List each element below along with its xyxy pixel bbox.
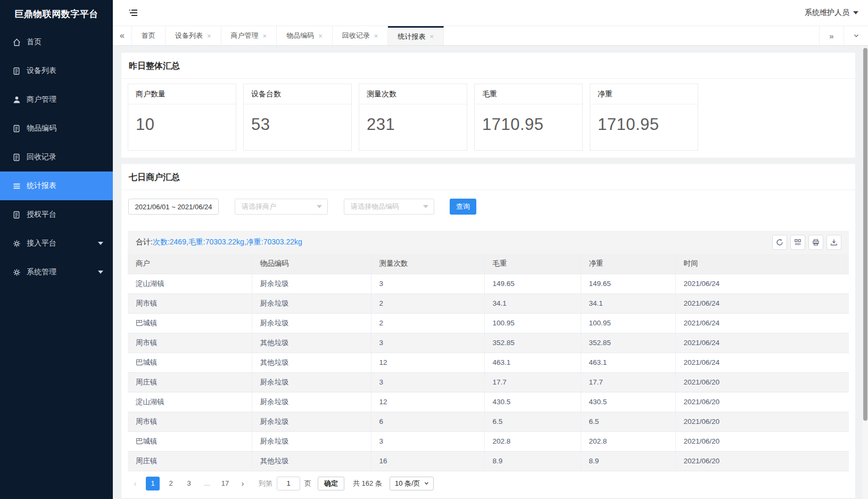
search-button[interactable]: 查询 <box>450 199 476 215</box>
yesterday-summary-panel: 昨日整体汇总 商户数量 10 设备台数 53 测量次数 231 <box>121 53 855 158</box>
tabs-scroll-right-icon[interactable]: » <box>819 26 844 45</box>
user-menu[interactable]: 系统维护人员 <box>805 8 858 18</box>
close-icon[interactable]: × <box>374 32 378 40</box>
cell-count: 3 <box>371 333 484 353</box>
cell-net: 352.85 <box>581 333 675 353</box>
cell-item: 其他垃圾 <box>252 353 371 372</box>
goto-confirm-button[interactable]: 确定 <box>318 477 344 490</box>
summary-card-gross-weight: 毛重 1710.95 <box>474 84 583 151</box>
scrollbar-thumb[interactable] <box>863 48 867 421</box>
sidebar-item-merchant-mgmt[interactable]: 商户管理 <box>0 85 113 114</box>
sidebar-item-stats-report[interactable]: 统计报表 <box>0 171 113 200</box>
cell-count: 2 <box>371 313 484 333</box>
cell-gross: 463.1 <box>484 353 581 372</box>
cell-date: 2021/06/24 <box>675 353 849 372</box>
cell-date: 2021/06/20 <box>675 451 849 471</box>
cell-gross: 8.9 <box>484 451 581 471</box>
cell-merchant: 淀山湖镇 <box>128 392 252 412</box>
page-content: 昨日整体汇总 商户数量 10 设备台数 53 测量次数 231 <box>113 46 868 499</box>
refresh-icon[interactable] <box>772 235 787 250</box>
tab-label: 首页 <box>142 31 155 40</box>
sidebar-item-label: 统计报表 <box>27 181 56 191</box>
document-icon <box>12 66 21 76</box>
user-name: 系统维护人员 <box>805 8 849 18</box>
col-header-gross: 毛重 <box>484 254 581 274</box>
col-header-merchant: 商户 <box>128 254 252 274</box>
chevron-down-icon <box>98 271 103 274</box>
cell-gross: 17.7 <box>484 372 581 392</box>
page-button-1[interactable]: 1 <box>146 477 160 490</box>
date-range-input[interactable] <box>128 199 219 215</box>
cell-item: 厨余垃圾 <box>252 392 371 412</box>
close-icon[interactable]: × <box>429 32 434 40</box>
prev-page-icon[interactable]: ‹ <box>129 477 142 490</box>
tab-merchant-mgmt[interactable]: 商户管理 × <box>221 26 277 45</box>
pagination: ‹ 1 2 3 ... 17 › 到第 页 确定 共 162 条 10 条/页 <box>121 471 855 498</box>
cell-net: 34.1 <box>581 293 675 313</box>
card-label: 测量次数 <box>359 84 467 104</box>
cell-merchant: 巴城镇 <box>128 313 252 333</box>
export-icon[interactable] <box>826 235 841 250</box>
cell-date: 2021/06/24 <box>675 293 849 313</box>
user-icon <box>12 95 21 104</box>
table-row: 淀山湖镇 厨余垃圾 12 430.5 430.5 2021/06/20 <box>128 392 849 412</box>
columns-icon[interactable] <box>790 235 805 250</box>
card-value: 53 <box>244 104 351 134</box>
close-icon[interactable]: × <box>207 32 211 40</box>
page-button-17[interactable]: 17 <box>218 477 232 490</box>
cell-item: 厨余垃圾 <box>252 372 371 392</box>
collapse-sidebar-icon[interactable] <box>128 7 139 19</box>
sidebar-item-recycle-records[interactable]: 回收记录 <box>0 143 113 171</box>
cell-count: 3 <box>371 372 484 392</box>
cell-date: 2021/06/20 <box>675 372 849 392</box>
cell-net: 8.9 <box>581 451 675 471</box>
sidebar-item-item-code[interactable]: 物品编码 <box>0 114 113 143</box>
tab-bar: « 首页 设备列表 × 商户管理 × 物品编码 × 回收记录 × 统计报表 <box>113 26 868 46</box>
page-size-select[interactable]: 10 条/页 <box>390 477 434 490</box>
goto-page-input[interactable] <box>277 477 300 490</box>
tab-device-list[interactable]: 设备列表 × <box>166 26 221 45</box>
item-code-select[interactable]: 请选择物品编码 <box>344 199 434 215</box>
tab-stats-report[interactable]: 统计报表 × <box>388 26 444 45</box>
cell-item: 其他垃圾 <box>252 451 371 471</box>
close-icon[interactable]: × <box>263 32 267 40</box>
cell-date: 2021/06/20 <box>675 431 849 451</box>
sidebar-item-system-mgmt[interactable]: 系统管理 <box>0 258 113 287</box>
tabs-scroll-left-icon[interactable]: « <box>113 26 132 45</box>
totals-text: 合计:次数:2469,毛重:70303.22kg,净重:70303.22kg <box>136 238 302 247</box>
col-header-net: 净重 <box>581 254 675 274</box>
sidebar-item-label: 授权平台 <box>27 210 56 219</box>
tab-label: 回收记录 <box>342 31 370 40</box>
tab-recycle-records[interactable]: 回收记录 × <box>333 26 388 45</box>
cell-gross: 149.65 <box>484 274 581 293</box>
sidebar-item-device-list[interactable]: 设备列表 <box>0 56 113 85</box>
cell-gross: 34.1 <box>484 293 581 313</box>
main-area: 系统维护人员 « 首页 设备列表 × 商户管理 × 物品编码 × 回 <box>113 0 868 499</box>
sidebar-item-home[interactable]: 首页 <box>0 28 113 56</box>
gear-icon <box>12 267 21 277</box>
merchant-select[interactable]: 请选择商户 <box>235 199 328 215</box>
table-row: 周庄镇 厨余垃圾 3 17.7 17.7 2021/06/20 <box>128 372 849 392</box>
tabs-menu-icon[interactable] <box>844 26 868 45</box>
totals-prefix: 合计: <box>136 238 153 246</box>
cell-gross: 100.95 <box>484 313 581 333</box>
close-icon[interactable]: × <box>318 32 323 40</box>
next-page-icon[interactable]: › <box>236 477 249 490</box>
tab-item-code[interactable]: 物品编码 × <box>277 26 333 45</box>
table-row: 周庄镇 其他垃圾 16 8.9 8.9 2021/06/20 <box>128 451 849 471</box>
cell-merchant: 巴城镇 <box>128 353 252 372</box>
card-label: 毛重 <box>475 84 582 104</box>
chevron-down-icon <box>317 205 322 208</box>
sidebar-item-access-platform[interactable]: 接入平台 <box>0 229 113 258</box>
tab-home[interactable]: 首页 <box>132 26 166 45</box>
card-value: 231 <box>359 104 467 134</box>
page-button-3[interactable]: 3 <box>182 477 196 490</box>
vertical-scrollbar[interactable] <box>863 47 868 499</box>
cell-merchant: 周庄镇 <box>128 372 252 392</box>
summary-card-merchant-count: 商户数量 10 <box>128 84 236 151</box>
page-button-2[interactable]: 2 <box>164 477 178 490</box>
summary-card-measure-count: 测量次数 231 <box>359 84 467 151</box>
printer-icon[interactable] <box>808 235 823 250</box>
sidebar-item-auth-platform[interactable]: 授权平台 <box>0 200 113 229</box>
card-value: 1710.95 <box>475 104 582 134</box>
